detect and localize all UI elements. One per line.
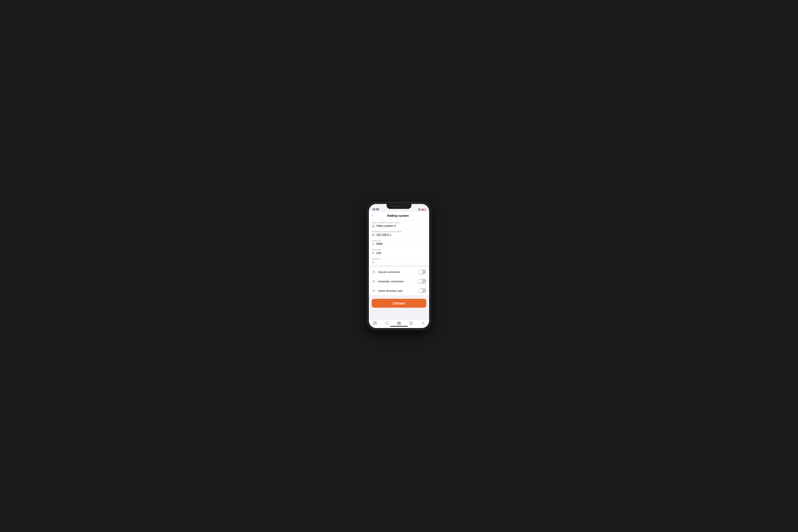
form-field-ip[interactable]: IP address or server domain name 192.168…: [372, 229, 426, 238]
svg-marker-15: [373, 280, 375, 282]
lock-icon: [372, 270, 376, 274]
ad-badge-icon: AD: [372, 288, 376, 293]
svg-rect-16: [373, 322, 375, 323]
home-bar: [390, 326, 408, 327]
notch: [386, 204, 412, 209]
nav-header: ‹ Adding system: [369, 212, 429, 220]
secure-connection-toggle[interactable]: [418, 269, 426, 274]
phone-device: 11:01 ⚡ ‹ Adding system: [367, 202, 431, 330]
field-label-username: User name: [372, 249, 426, 251]
toggle-row-ad: AD Active Directory user: [372, 286, 426, 295]
key-icon: [372, 261, 375, 264]
wifi-icon: [418, 209, 421, 211]
form-field-username[interactable]: User name root: [372, 247, 426, 256]
speaker: [395, 206, 404, 207]
toggle-label-secure: Secure connection: [378, 270, 416, 273]
front-camera: [392, 206, 394, 207]
field-value-system-name: Video system 4: [376, 224, 426, 228]
sensor: [405, 206, 406, 207]
connect-button[interactable]: Connect: [372, 299, 426, 308]
field-label-password: Password: [372, 258, 426, 260]
svg-point-20: [386, 322, 388, 324]
list-icon: [409, 321, 413, 325]
back-button[interactable]: ‹: [372, 213, 373, 218]
connect-section: Connect: [369, 295, 429, 311]
svg-rect-18: [373, 323, 375, 325]
plug-icon: [372, 242, 375, 246]
field-label-system-name: Video surveillance system name: [372, 222, 426, 224]
ad-text-badge: AD: [372, 290, 376, 292]
scroll-content: Video surveillance system name Video sys…: [369, 220, 429, 319]
svg-point-10: [372, 261, 374, 263]
toggle-row-auto: Automatic connection: [372, 277, 426, 286]
form-field-system-name[interactable]: Video surveillance system name Video sys…: [372, 220, 426, 229]
person-icon: [372, 251, 375, 255]
svg-rect-14: [373, 272, 375, 273]
tab-list[interactable]: [405, 321, 417, 325]
field-value-username: root: [376, 251, 426, 255]
svg-rect-19: [375, 323, 377, 325]
server-icon: [372, 233, 375, 236]
field-value-ip: 192.168.0.1: [376, 233, 426, 236]
svg-point-28: [423, 323, 424, 324]
toggle-section: Secure connection Automatic connection: [369, 267, 429, 295]
grid-icon: [373, 321, 377, 325]
battery-icon: ⚡: [422, 209, 425, 211]
svg-rect-5: [373, 244, 374, 245]
tab-tv[interactable]: [393, 321, 405, 325]
toggle-row-secure: Secure connection: [372, 267, 426, 277]
field-value-port: 8080: [376, 242, 426, 246]
form-field-port[interactable]: Server port 8080: [372, 238, 426, 247]
svg-line-21: [388, 324, 388, 325]
field-label-port: Server port: [372, 240, 426, 242]
svg-point-23: [398, 323, 399, 324]
svg-point-0: [419, 210, 420, 211]
tab-grid[interactable]: [369, 321, 381, 325]
tab-settings[interactable]: [417, 321, 429, 325]
toggle-label-ad: Active Directory user: [378, 289, 416, 292]
form-field-password[interactable]: Password: [372, 256, 426, 265]
search-icon: [385, 321, 389, 325]
form-section: Video surveillance system name Video sys…: [369, 220, 429, 265]
automatic-connection-toggle[interactable]: [418, 279, 426, 284]
toggle-label-auto: Automatic connection: [378, 280, 416, 283]
home-icon: [372, 224, 375, 228]
svg-point-9: [373, 252, 374, 253]
field-label-ip: IP address or server domain name: [372, 230, 426, 233]
svg-rect-24: [410, 322, 413, 325]
phone-screen: 11:01 ⚡ ‹ Adding system: [369, 204, 429, 328]
svg-point-4: [374, 235, 374, 236]
svg-point-3: [374, 234, 374, 234]
active-directory-toggle[interactable]: [418, 288, 426, 293]
tv-icon: [397, 321, 401, 325]
settings-icon: [421, 321, 425, 325]
tab-bar: [369, 319, 429, 328]
tab-search[interactable]: [381, 321, 393, 325]
status-icons: ⚡: [418, 209, 425, 211]
page-title: Adding system: [375, 214, 421, 217]
svg-rect-17: [375, 322, 377, 323]
status-time: 11:01: [373, 208, 379, 211]
play-icon: [372, 279, 376, 283]
